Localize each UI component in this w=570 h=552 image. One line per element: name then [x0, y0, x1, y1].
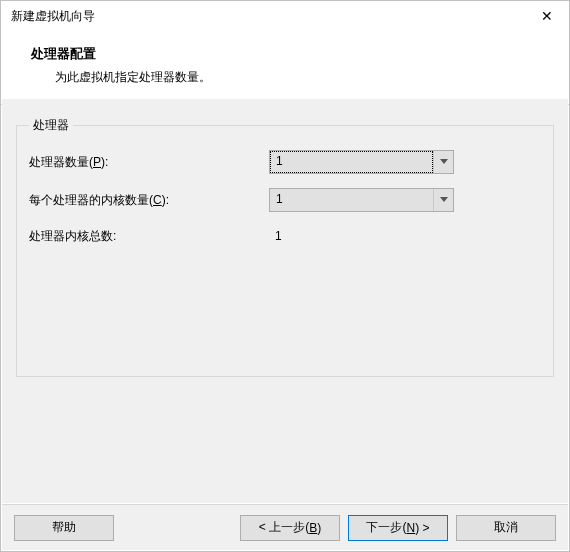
- content-area: 处理器 处理器数量(P): 1 每个处理器的内核数量(C): 1: [2, 99, 568, 503]
- processor-group: 处理器 处理器数量(P): 1 每个处理器的内核数量(C): 1: [16, 117, 554, 377]
- titlebar: 新建虚拟机向导 ✕: [1, 1, 569, 31]
- label-processor-count: 处理器数量(P):: [29, 154, 269, 171]
- window-title: 新建虚拟机向导: [11, 8, 525, 25]
- label-cores-per-processor: 每个处理器的内核数量(C):: [29, 192, 269, 209]
- wizard-header: 处理器配置 为此虚拟机指定处理器数量。: [1, 31, 569, 105]
- next-button[interactable]: 下一步(N) >: [348, 515, 448, 541]
- cores-per-processor-select[interactable]: 1: [269, 188, 454, 212]
- row-processor-count: 处理器数量(P): 1: [29, 150, 541, 174]
- processor-count-value: 1: [270, 151, 433, 173]
- page-title: 处理器配置: [31, 45, 559, 63]
- close-icon: ✕: [541, 8, 553, 24]
- chevron-down-icon: [433, 189, 453, 211]
- processor-count-select[interactable]: 1: [269, 150, 454, 174]
- cores-per-processor-value: 1: [270, 189, 433, 211]
- total-cores-value: 1: [269, 226, 459, 246]
- row-cores-per-processor: 每个处理器的内核数量(C): 1: [29, 188, 541, 212]
- page-subtitle: 为此虚拟机指定处理器数量。: [55, 69, 559, 86]
- help-button[interactable]: 帮助: [14, 515, 114, 541]
- wizard-footer: 帮助 < 上一步(B) 下一步(N) > 取消: [2, 504, 568, 550]
- label-total-cores: 处理器内核总数:: [29, 228, 269, 245]
- close-button[interactable]: ✕: [525, 1, 569, 31]
- row-total-cores: 处理器内核总数: 1: [29, 226, 541, 246]
- cancel-button[interactable]: 取消: [456, 515, 556, 541]
- chevron-down-icon: [433, 151, 453, 173]
- back-button[interactable]: < 上一步(B): [240, 515, 340, 541]
- group-legend: 处理器: [29, 117, 73, 134]
